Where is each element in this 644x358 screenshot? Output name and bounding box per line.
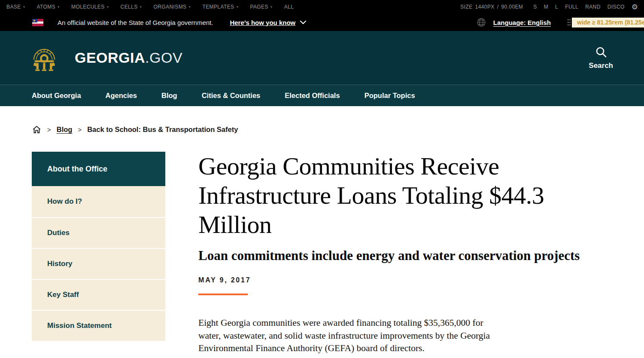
- breadcrumb-separator: >: [78, 126, 82, 133]
- menu-cells[interactable]: CELLS: [121, 4, 142, 10]
- menu-atoms[interactable]: ATOMS: [37, 4, 60, 10]
- size-full-button[interactable]: FULL: [565, 4, 578, 10]
- size-disco-button[interactable]: DISCO: [608, 4, 625, 10]
- nav-about-georgia[interactable]: About Georgia: [32, 92, 81, 100]
- sidebar-item-key-staff[interactable]: Key Staff: [32, 279, 165, 310]
- breadcrumb-blog-link[interactable]: Blog: [57, 125, 73, 134]
- site-name-light: .GOV: [145, 49, 182, 66]
- georgia-capitol-logo-icon[interactable]: [31, 44, 58, 72]
- menu-organisms[interactable]: ORGANISMS: [154, 4, 191, 10]
- sidebar-item-history[interactable]: History: [32, 248, 165, 279]
- menu-molecules[interactable]: MOLECULES: [71, 4, 109, 10]
- sidebar-item-duties[interactable]: Duties: [32, 217, 165, 248]
- home-icon[interactable]: [32, 125, 42, 135]
- size-em-input[interactable]: 90.00EM: [501, 4, 523, 10]
- menu-base[interactable]: BASE: [6, 4, 25, 10]
- globe-icon: [477, 18, 486, 27]
- nav-elected-officials[interactable]: Elected Officials: [285, 92, 340, 100]
- site-header: GEORGIA.GOV Search: [0, 31, 644, 85]
- menu-templates[interactable]: TEMPLATES: [202, 4, 238, 10]
- breadcrumb-separator: >: [47, 126, 51, 133]
- site-name-bold: GEORGIA: [75, 49, 145, 66]
- nav-blog[interactable]: Blog: [161, 92, 177, 100]
- patternlab-toolbar: BASE ATOMS MOLECULES CELLS ORGANISMS TEM…: [0, 0, 644, 14]
- patternlab-size-controls: SIZE 1440PX / 90.00EM S M L FULL RAND DI…: [460, 3, 638, 11]
- size-px-input[interactable]: 1440PX: [475, 4, 495, 10]
- banner-right-controls: Language: English wide ≥ 81.25rem (81.25…: [477, 14, 644, 31]
- accent-divider: [198, 294, 248, 295]
- size-label: SIZE: [460, 4, 472, 10]
- article: Georgia Communities Receive Infrastructu…: [198, 152, 580, 355]
- nav-popular-topics[interactable]: Popular Topics: [365, 92, 415, 100]
- main-navigation: About Georgia Agencies Blog Cities & Cou…: [0, 85, 644, 106]
- size-random-button[interactable]: RAND: [585, 4, 601, 10]
- size-slash: /: [497, 4, 499, 10]
- search-icon: [595, 46, 607, 58]
- breadcrumb: > Blog > Back to School: Bus & Transport…: [32, 125, 644, 135]
- heres-how-you-know-link[interactable]: Here’s how you know: [230, 19, 295, 26]
- article-subtitle: Loan commitments include energy and wate…: [198, 248, 580, 264]
- content-area: About the Office How do I? Duties Histor…: [32, 152, 644, 355]
- section-sidebar: About the Office How do I? Duties Histor…: [32, 152, 165, 341]
- sidebar-item-about-the-office[interactable]: About the Office: [32, 152, 165, 186]
- nav-cities-counties[interactable]: Cities & Counties: [202, 92, 261, 100]
- breadcrumb-current-page: Back to School: Bus & Transportation Saf…: [87, 125, 238, 134]
- size-large-button[interactable]: L: [555, 4, 558, 10]
- article-date: MAY 9, 2017: [198, 276, 580, 284]
- menu-all[interactable]: ALL: [284, 4, 294, 10]
- size-readout: SIZE 1440PX / 90.00EM: [460, 4, 523, 10]
- menu-pages[interactable]: PAGES: [250, 4, 272, 10]
- search-label: Search: [589, 61, 613, 70]
- size-small-button[interactable]: S: [533, 4, 537, 10]
- article-title: Georgia Communities Receive Infrastructu…: [198, 152, 559, 239]
- gear-icon[interactable]: ⚙: [632, 3, 638, 11]
- article-body-paragraph: Eight Georgia communities were awarded f…: [198, 317, 499, 355]
- chevron-down-icon[interactable]: [300, 20, 307, 24]
- nav-agencies[interactable]: Agencies: [106, 92, 137, 100]
- language-selector[interactable]: Language: English: [493, 19, 551, 26]
- site-logo-wordmark[interactable]: GEORGIA.GOV: [75, 49, 182, 66]
- sidebar-item-mission-statement[interactable]: Mission Statement: [32, 310, 165, 341]
- georgia-flag-icon: [32, 19, 43, 26]
- official-banner-text: An official website of the State of Geor…: [58, 19, 213, 26]
- viewport-badge-drag-handle[interactable]: [567, 18, 571, 26]
- patternlab-menus: BASE ATOMS MOLECULES CELLS ORGANISMS TEM…: [6, 4, 294, 10]
- viewport-size-badge: wide ≥ 81.25rem (81.25em): [572, 18, 644, 28]
- sidebar-item-how-do-i[interactable]: How do I?: [32, 186, 165, 217]
- official-banner: An official website of the State of Geor…: [0, 14, 644, 31]
- flag-seal: [33, 20, 35, 21]
- search-button[interactable]: Search: [589, 46, 613, 70]
- size-medium-button[interactable]: M: [544, 4, 548, 10]
